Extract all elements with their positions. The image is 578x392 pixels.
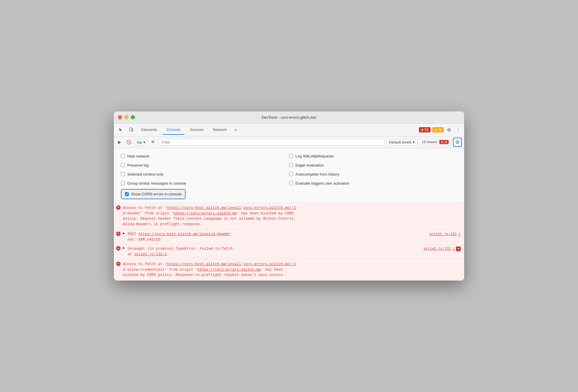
tab-console[interactable]: Console — [162, 125, 184, 135]
eye-button[interactable]: 👁 — [149, 139, 157, 146]
preserve-log-label: Preserve log — [127, 163, 149, 167]
group-similar-row: Group similar messages in console — [121, 179, 289, 188]
log-levels-arrow-icon: ▾ — [413, 140, 415, 144]
console-error-entry-4: ✖ Access to fetch at 'https://cors-host.… — [114, 259, 464, 281]
toolbar-right: ✖ 53 ✖ 18 ⚙ ⋮ — [419, 126, 462, 134]
preserve-log-checkbox[interactable] — [121, 163, 125, 167]
console-output: ✖ Access to fetch at 'https://cors-host.… — [114, 203, 464, 281]
minimize-button[interactable] — [124, 115, 128, 119]
error-x-icon: ✖ — [421, 128, 424, 132]
error-post-link[interactable]: https://cors-host.glitch.me/invalid-head… — [139, 232, 231, 236]
context-label: top — [137, 140, 142, 144]
console-settings-button[interactable]: ⚙ — [453, 138, 462, 147]
evaluate-triggers-checkbox[interactable] — [289, 181, 293, 185]
settings-right-col: Log XMLHttpRequests Eager evaluation Aut… — [289, 152, 457, 199]
maximize-button[interactable] — [131, 115, 135, 119]
console-error-entry-1: ✖ Access to fetch at 'https://cors-host.… — [114, 203, 464, 230]
selected-context-label: Selected context only — [127, 172, 163, 176]
error-icon-3: ✖ — [116, 246, 121, 251]
play-button[interactable]: ▶ — [116, 139, 123, 146]
error-icon-2: ✖ — [116, 232, 121, 236]
log-levels-selector[interactable]: Default levels ▾ — [386, 139, 417, 145]
error-link-1c[interactable]: https://cors-errors.glitch.me — [173, 211, 237, 216]
error-source-link-3[interactable]: script.js:131 — [424, 247, 451, 251]
warn-x-icon: ✖ — [434, 128, 437, 132]
issues-badge: 18 Issues: ✖ 18 — [419, 139, 451, 145]
hide-network-checkbox[interactable] — [121, 154, 125, 158]
window-title: DevTools - cors-errors.glitch.me/ — [262, 115, 316, 120]
more-options-button[interactable]: ⋮ — [454, 126, 462, 134]
device-toolbar-button[interactable] — [127, 126, 136, 134]
log-xmlhttp-label: Log XMLHttpRequests — [295, 154, 334, 158]
tab-sources[interactable]: Sources — [186, 125, 208, 135]
error-source-2: script.js:131 ↕ — [429, 232, 461, 237]
error-subtext-2: net::ERR_FAILED — [128, 238, 161, 242]
issues-text: 18 Issues: — [422, 140, 438, 144]
error-text-4: Access to fetch at 'https://cors-host.gl… — [123, 262, 461, 278]
eager-eval-checkbox[interactable] — [289, 163, 293, 167]
error-subtext-3: at script.js:131:1 — [128, 252, 167, 256]
error-text-1: Access to fetch at 'https://cors-host.gl… — [123, 205, 461, 227]
settings-left-col: Hide network Preserve log Selected conte… — [121, 152, 289, 199]
context-selector[interactable]: top ▾ — [135, 139, 147, 145]
hide-network-label: Hide network — [127, 154, 149, 158]
svg-rect-1 — [132, 129, 133, 131]
hide-network-row: Hide network — [121, 152, 289, 161]
error-icon-4: ✖ — [116, 262, 121, 266]
svg-rect-0 — [130, 128, 132, 131]
console-error-entry-3: ✖ ▶ Uncaught (in promise) TypeError: Fai… — [114, 244, 464, 259]
warn-count-badge: ✖ 18 — [432, 127, 444, 132]
console-error-entry-2: ✖ ▶ POST https://cors-host.glitch.me/inv… — [114, 230, 464, 245]
preserve-log-row: Preserve log — [121, 161, 289, 170]
autocomplete-label: Autocomplete from history — [295, 172, 340, 176]
show-cors-row: Show CORS errors in console — [121, 189, 186, 199]
scroll-icon-3[interactable]: ↕ — [452, 246, 455, 251]
log-xmlhttp-checkbox[interactable] — [289, 154, 293, 158]
tab-network[interactable]: Network — [209, 125, 231, 135]
evaluate-triggers-row: Evaluate triggers user activation — [289, 179, 457, 188]
error-link-4a[interactable]: https://cors-host.glitch.me/invali — [167, 262, 241, 266]
autocomplete-row: Autocomplete from history — [289, 170, 457, 179]
settings-button[interactable]: ⚙ — [445, 126, 452, 134]
filter-input[interactable] — [159, 139, 384, 146]
close-button[interactable] — [118, 115, 122, 119]
error-source-link-2[interactable]: script.js:131 — [429, 232, 457, 236]
selected-context-row: Selected context only — [121, 170, 289, 179]
error-link-1b[interactable]: cors-errors.glitch.me/:1 — [243, 206, 296, 210]
scroll-icon-2[interactable]: ↕ — [458, 232, 461, 237]
error-icon-1: ✖ — [116, 205, 121, 210]
expand-icon-2[interactable]: ▶ — [123, 232, 125, 235]
expand-icon-3[interactable]: ▶ — [123, 246, 125, 250]
log-xmlhttp-row: Log XMLHttpRequests — [289, 152, 457, 161]
autocomplete-checkbox[interactable] — [289, 172, 293, 176]
clear-console-button[interactable]: 🚫 — [125, 139, 133, 146]
error-subtext-link-3[interactable]: script.js:131:1 — [134, 252, 167, 256]
error-count: 53 — [424, 128, 428, 132]
error-text-3: Uncaught (in promise) TypeError: Failed … — [128, 246, 421, 257]
error-count-badge: ✖ 53 — [419, 127, 430, 132]
more-tabs-button[interactable]: » — [232, 126, 239, 134]
error-link-4c[interactable]: https://cors-errors.glitch.me — [197, 268, 261, 272]
show-cors-checkbox[interactable] — [125, 192, 129, 196]
main-toolbar: Elements Console Sources Network » ✖ 53 … — [114, 124, 464, 136]
tab-elements[interactable]: Elements — [137, 125, 161, 135]
traffic-lights — [118, 115, 135, 119]
group-similar-checkbox[interactable] — [121, 181, 125, 185]
selected-context-checkbox[interactable] — [121, 172, 125, 176]
error-link-1a[interactable]: https://cors-host.glitch.me/invali — [167, 206, 241, 210]
group-similar-label: Group similar messages in console — [127, 181, 186, 186]
warn-count: 18 — [438, 128, 442, 132]
dismiss-icon-3[interactable]: ✖ — [456, 246, 461, 251]
eager-eval-label: Eager evaluation — [295, 163, 324, 167]
console-toolbar: ▶ 🚫 top ▾ 👁 Default levels ▾ 18 Issues: … — [114, 136, 464, 148]
error-source-3: script.js:131 ↕ ✖ — [424, 246, 461, 251]
device-icon — [129, 127, 134, 132]
eager-eval-row: Eager evaluation — [289, 161, 457, 170]
error-text-2: POST https://cors-host.glitch.me/invalid… — [128, 232, 427, 243]
select-tool-button[interactable] — [116, 126, 126, 134]
cursor-icon — [119, 127, 123, 132]
show-cors-label: Show CORS errors in console — [131, 192, 182, 196]
settings-panel: Hide network Preserve log Selected conte… — [114, 148, 464, 203]
issues-x-icon: ✖ — [441, 141, 443, 144]
error-link-4b[interactable]: cors-errors.glitch.me/:1 — [243, 262, 296, 266]
